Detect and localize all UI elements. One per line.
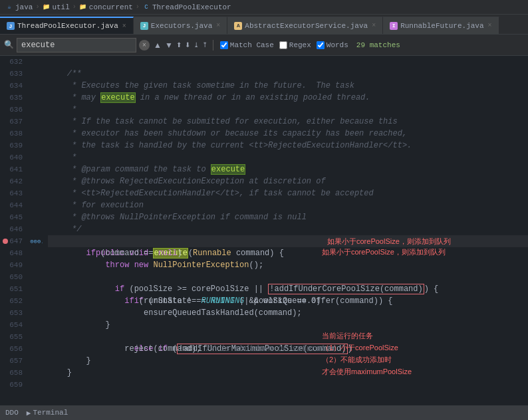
side-639 — [32, 140, 43, 152]
gutter-line-633: 633 — [0, 68, 27, 80]
folder-util-icon: 📁 — [42, 3, 50, 11]
tab-close-threadpoolexecutor[interactable]: × — [122, 23, 126, 30]
gutter-line-659: 659 — [0, 379, 27, 391]
code-line-632 — [48, 56, 528, 68]
status-terminal[interactable]: ▶ Terminal — [27, 409, 68, 417]
search-next-button[interactable]: ▼ — [164, 40, 174, 51]
gutter-line-647: 647 — [0, 235, 27, 247]
line-number-gutter: 632 633 634 635 636 637 638 639 640 641 … — [0, 56, 32, 405]
side-634 — [32, 80, 43, 92]
side-646 — [32, 223, 43, 235]
gutter-line-645: 645 — [0, 211, 27, 223]
side-647: ⊙⊙⊙↓ — [32, 235, 43, 247]
breadcrumb-util[interactable]: 📁 util — [42, 3, 69, 11]
terminal-label: Terminal — [33, 409, 68, 417]
side-653 — [32, 307, 43, 319]
execute-highlight-641: execute — [211, 164, 245, 175]
code-line-647: public void execute(Runnable command) { … — [48, 235, 528, 247]
tab-threadpoolexecutor[interactable]: J ThreadPoolExecutor.java × — [0, 17, 134, 34]
tab-runnable[interactable]: I RunnableFuture.java × — [383, 17, 499, 34]
tab-abstract-icon: A — [234, 22, 242, 30]
side-633 — [32, 68, 43, 80]
code-line-634: * Executes the given task sometime in th… — [48, 80, 528, 92]
breadcrumb-concurrent-label: concurrent — [89, 3, 133, 11]
tabs-bar: J ThreadPoolExecutor.java × J Executors.… — [0, 15, 528, 35]
breadcrumb-concurrent[interactable]: 📁 concurrent — [79, 3, 133, 11]
code-line-657: } — [48, 355, 528, 367]
gutter-line-638: 638 — [0, 128, 27, 140]
code-line-636: * — [48, 104, 528, 116]
search-nav-down[interactable]: ⬇ — [184, 41, 192, 49]
tab-abstract[interactable]: A AbstractExecutorService.java × — [227, 17, 383, 34]
gutter-line-654: 654 — [0, 319, 27, 331]
words-option[interactable]: Words — [317, 41, 348, 49]
tab-close-abstract[interactable]: × — [372, 22, 376, 29]
tab-executors-label: Executors.java — [151, 22, 212, 30]
gutter-line-657: 657 — [0, 355, 27, 367]
code-line-638: * executor has been shutdown or because … — [48, 128, 528, 140]
tab-close-executors[interactable]: × — [216, 22, 220, 29]
regex-option[interactable]: Regex — [279, 41, 311, 49]
side-648 — [32, 247, 43, 259]
search-options: Match Case Regex Words 29 matches — [220, 41, 400, 49]
gutter-line-651: 651 — [0, 283, 27, 295]
search-input[interactable] — [17, 38, 136, 52]
search-nav-up[interactable]: ⬆ — [175, 41, 183, 49]
side-650 — [32, 271, 43, 283]
side-654 — [32, 319, 43, 331]
code-line-643: * <tt>RejectedExecutionHandler</tt>, if … — [48, 187, 528, 199]
code-line-651: if (runState == RUNNING && workQueue.off… — [48, 283, 528, 295]
side-636 — [32, 104, 43, 116]
breadcrumb-java[interactable]: ☕ java — [5, 3, 33, 11]
words-checkbox[interactable] — [317, 41, 325, 49]
gutter-line-655: 655 — [0, 331, 27, 343]
tab-threadpoolexecutor-label: ThreadPoolExecutor.java — [17, 22, 118, 30]
gutter-line-642: 642 — [0, 175, 27, 187]
gutter-line-641: 641 — [0, 163, 27, 175]
search-icon: 🔍 — [4, 40, 14, 50]
match-case-checkbox[interactable] — [220, 41, 228, 49]
breadcrumb-class[interactable]: C ThreadPoolExecutor — [142, 3, 231, 11]
regex-label: Regex — [289, 41, 311, 49]
code-line-653: ensureQueuedTaskHandled(command); — [48, 307, 528, 319]
tab-close-runnable[interactable]: × — [488, 22, 492, 29]
side-652 — [32, 295, 43, 307]
gutter-line-649: 649 — [0, 259, 27, 271]
side-638 — [32, 128, 43, 140]
class-icon: C — [142, 3, 150, 11]
search-prev-button[interactable]: ▲ — [152, 40, 163, 51]
code-line-645: * @throws NullPointerException if comman… — [48, 211, 528, 223]
search-clear-button[interactable]: × — [139, 40, 150, 51]
side-gutter: ⊙⊙⊙↓ — [32, 56, 43, 405]
gutter-line-653: 653 — [0, 307, 27, 319]
breadcrumb-java-label: java — [15, 3, 33, 11]
gutter-line-636: 636 — [0, 104, 27, 116]
gutter-line-652: 652 — [0, 295, 27, 307]
status-ddo: DDO — [5, 409, 19, 417]
code-line-642: * @throws RejectedExecutionException at … — [48, 175, 528, 187]
gutter-line-634: 634 — [0, 80, 27, 92]
match-case-label: Match Case — [230, 41, 274, 49]
code-editor[interactable]: /** * Executes the given task sometime i… — [43, 56, 528, 405]
side-658 — [32, 367, 43, 379]
search-bar: 🔍 × ▲ ▼ ⬆ ⬇ ⤓ ⤒ Match Case Regex Words 2… — [0, 35, 528, 56]
java-icon: ☕ — [5, 3, 13, 11]
side-645 — [32, 211, 43, 223]
gutter-line-640: 640 — [0, 152, 27, 163]
regex-checkbox[interactable] — [279, 41, 287, 49]
annotation-647: 如果小于corePoolSize，则添加到队列 — [327, 235, 451, 247]
tab-executors[interactable]: J Executors.java × — [134, 17, 227, 34]
breadcrumb-class-label: ThreadPoolExecutor — [152, 3, 231, 11]
match-case-option[interactable]: Match Case — [220, 41, 274, 49]
tab-executors-icon: J — [140, 22, 148, 30]
tab-runnable-label: RunnableFuture.java — [400, 22, 483, 30]
terminal-icon: ▶ — [27, 409, 31, 417]
search-nav-extra2[interactable]: ⤒ — [201, 41, 209, 49]
breadcrumb-sep-3: › — [136, 3, 140, 11]
tab-abstract-label: AbstractExecutorService.java — [245, 22, 368, 30]
gutter-line-635: 635 — [0, 92, 27, 104]
side-637 — [32, 116, 43, 128]
status-ddo-label: DDO — [5, 409, 19, 417]
search-nav-extra1[interactable]: ⤓ — [192, 41, 200, 49]
code-line-659 — [48, 379, 528, 391]
